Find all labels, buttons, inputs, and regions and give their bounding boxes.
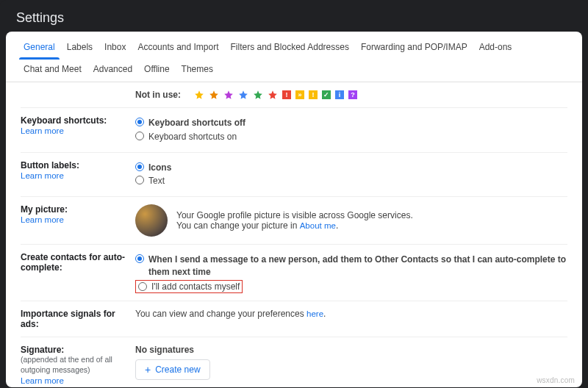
keyboard-shortcuts-off-label: Keyboard shortcuts off bbox=[148, 117, 245, 129]
button-labels-title: Button labels: bbox=[21, 160, 135, 170]
my-picture-learn-more[interactable]: Learn more bbox=[21, 215, 64, 224]
tab-inbox[interactable]: Inbox bbox=[98, 37, 132, 60]
tab-forwarding-and-pop-imap[interactable]: Forwarding and POP/IMAP bbox=[355, 37, 473, 60]
settings-tabs: GeneralLabelsInboxAccounts and ImportFil… bbox=[6, 32, 582, 82]
ads-signals-row: Importance signals for ads: You can view… bbox=[21, 301, 567, 337]
my-picture-row: My picture: Learn more Your Google profi… bbox=[21, 197, 567, 245]
auto-add-contacts-label: When I send a message to a new person, a… bbox=[148, 254, 567, 279]
ads-here-link[interactable]: here bbox=[306, 309, 323, 318]
button-labels-row: Button labels: Learn more Icons Text bbox=[21, 153, 567, 198]
keyboard-shortcuts-row: Keyboard shortcuts: Learn more Keyboard … bbox=[21, 108, 567, 153]
keyboard-shortcuts-learn-more[interactable]: Learn more bbox=[21, 126, 64, 135]
button-labels-learn-more[interactable]: Learn more bbox=[21, 171, 64, 180]
star-icon[interactable] bbox=[268, 90, 278, 100]
button-labels-text-radio[interactable] bbox=[135, 176, 144, 184]
flag-icon[interactable]: ! bbox=[309, 90, 318, 99]
page-title: Settings bbox=[3, 3, 585, 32]
signature-learn-more[interactable]: Learn more bbox=[21, 376, 64, 385]
tab-general[interactable]: General bbox=[18, 37, 61, 60]
flag-icon[interactable]: ✓ bbox=[322, 90, 331, 99]
tab-accounts-and-import[interactable]: Accounts and Import bbox=[132, 37, 224, 60]
tab-chat-and-meet[interactable]: Chat and Meet bbox=[18, 60, 87, 82]
signature-row: Signature: (appended at the end of all o… bbox=[21, 337, 567, 387]
flag-icon[interactable]: i bbox=[335, 90, 344, 99]
my-picture-title: My picture: bbox=[21, 204, 135, 215]
tab-add-ons[interactable]: Add-ons bbox=[473, 37, 518, 60]
manual-contacts-radio[interactable] bbox=[138, 282, 147, 291]
tab-themes[interactable]: Themes bbox=[176, 60, 219, 82]
picture-change-text: You can change your picture in bbox=[176, 220, 300, 231]
ads-signals-title: Importance signals for ads: bbox=[21, 309, 135, 329]
manual-contacts-highlight: I'll add contacts myself bbox=[135, 280, 243, 293]
create-contacts-row: Create contacts for auto-complete: When … bbox=[21, 245, 567, 301]
keyboard-shortcuts-on-label: Keyboard shortcuts on bbox=[148, 131, 237, 143]
about-me-link[interactable]: About me bbox=[300, 221, 336, 230]
button-labels-icons-radio[interactable] bbox=[135, 162, 144, 171]
tab-filters-and-blocked-addresses[interactable]: Filters and Blocked Addresses bbox=[225, 37, 355, 60]
tab-offline[interactable]: Offline bbox=[138, 60, 175, 82]
tab-labels[interactable]: Labels bbox=[61, 37, 98, 60]
create-signature-button[interactable]: + Create new bbox=[135, 359, 210, 380]
picture-visibility-text: Your Google profile picture is visible a… bbox=[176, 210, 413, 220]
not-in-use-label: Not in use: bbox=[135, 90, 181, 100]
watermark: wsxdn.com bbox=[537, 376, 575, 384]
signature-title: Signature: bbox=[21, 345, 135, 355]
avatar[interactable] bbox=[135, 204, 168, 237]
ads-preferences-text: You can view and change your preferences bbox=[135, 309, 306, 319]
keyboard-shortcuts-off-radio[interactable] bbox=[135, 118, 144, 126]
flag-icon[interactable]: ! bbox=[282, 90, 291, 99]
manual-contacts-label: I'll add contacts myself bbox=[151, 281, 240, 292]
create-contacts-title: Create contacts for auto-complete: bbox=[21, 252, 135, 273]
keyboard-shortcuts-title: Keyboard shortcuts: bbox=[21, 115, 135, 126]
create-new-label: Create new bbox=[155, 364, 200, 375]
tab-advanced[interactable]: Advanced bbox=[87, 60, 138, 82]
star-icon[interactable] bbox=[194, 90, 204, 100]
signature-subtitle: (appended at the end of all outgoing mes… bbox=[21, 355, 135, 375]
button-labels-icons-label: Icons bbox=[148, 162, 171, 174]
star-icon[interactable] bbox=[223, 90, 234, 100]
button-labels-text-label: Text bbox=[148, 175, 165, 187]
plus-icon: + bbox=[145, 364, 151, 375]
flag-icon[interactable]: » bbox=[295, 90, 304, 99]
keyboard-shortcuts-on-radio[interactable] bbox=[135, 132, 144, 140]
star-icon[interactable] bbox=[253, 90, 263, 100]
no-signatures-label: No signatures bbox=[135, 345, 567, 355]
auto-add-contacts-radio[interactable] bbox=[135, 254, 144, 263]
stars-not-in-use-row: Not in use: !»!✓i? bbox=[21, 82, 567, 108]
flag-icon[interactable]: ? bbox=[348, 90, 357, 99]
star-icon[interactable] bbox=[209, 90, 219, 100]
star-icon[interactable] bbox=[238, 90, 248, 100]
